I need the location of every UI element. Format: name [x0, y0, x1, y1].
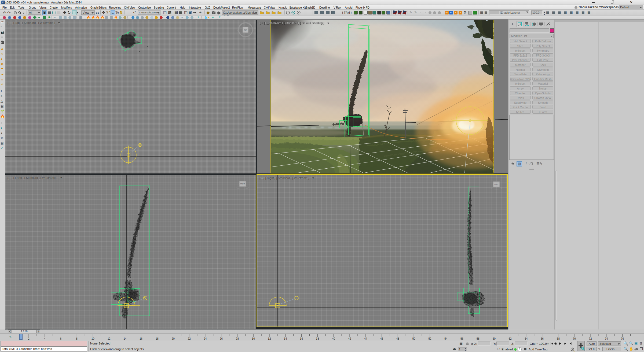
svg-text:74: 74: [605, 337, 608, 340]
svg-text:36: 36: [300, 337, 303, 340]
svg-text:E: E: [252, 29, 254, 31]
svg-text:70: 70: [573, 337, 576, 340]
svg-text:FRONT: FRONT: [240, 183, 245, 185]
svg-text:32: 32: [268, 337, 271, 340]
svg-text:40: 40: [332, 337, 335, 340]
svg-text:22: 22: [188, 337, 191, 340]
svg-text:2: 2: [28, 337, 30, 340]
svg-text:28: 28: [236, 337, 239, 340]
svg-text:52: 52: [428, 337, 431, 340]
svg-text:38: 38: [316, 337, 319, 340]
svg-text:44: 44: [364, 337, 367, 340]
svg-text:42: 42: [348, 337, 351, 340]
svg-text:16: 16: [140, 337, 143, 340]
svg-text:46: 46: [380, 337, 383, 340]
svg-text:10: 10: [92, 337, 95, 340]
svg-text:68: 68: [557, 337, 560, 340]
svg-text:56: 56: [460, 337, 464, 340]
svg-text:50: 50: [412, 337, 416, 340]
svg-text:34: 34: [284, 337, 287, 340]
svg-text:54: 54: [444, 337, 448, 340]
svg-text:72: 72: [589, 337, 592, 340]
svg-text:66: 66: [541, 337, 544, 340]
svg-text:N: N: [245, 22, 246, 24]
svg-text:58: 58: [477, 337, 480, 340]
svg-text:26: 26: [220, 337, 223, 340]
svg-text:20: 20: [172, 337, 175, 340]
svg-text:RIGHT: RIGHT: [494, 183, 499, 185]
svg-text:62: 62: [508, 337, 512, 340]
svg-text:76: 76: [621, 337, 624, 340]
svg-text:8: 8: [76, 337, 78, 340]
svg-text:30: 30: [252, 337, 255, 340]
svg-text:24: 24: [204, 337, 207, 340]
svg-text:W: W: [237, 29, 239, 31]
svg-text:14: 14: [123, 337, 127, 340]
svg-text:18: 18: [156, 337, 159, 340]
svg-text:64: 64: [525, 337, 528, 340]
svg-text:TOP: TOP: [244, 29, 247, 31]
svg-text:48: 48: [396, 337, 400, 340]
svg-text:6: 6: [60, 337, 62, 340]
svg-text:S: S: [245, 36, 246, 38]
svg-text:12: 12: [107, 337, 111, 340]
svg-text:60: 60: [493, 337, 496, 340]
svg-text:4: 4: [44, 337, 46, 340]
